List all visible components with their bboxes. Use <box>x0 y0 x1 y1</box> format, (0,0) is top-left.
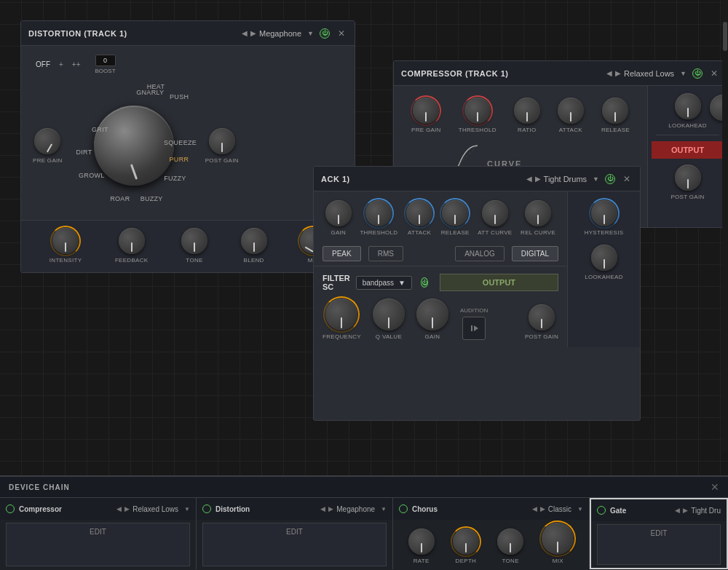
device-chain-close-button[interactable]: ✕ <box>711 481 719 493</box>
distortion-prev-arrow[interactable]: ◀ <box>242 29 248 37</box>
chorus-tone-knob[interactable] <box>497 529 523 555</box>
device-chain-title: DEVICE CHAIN <box>9 483 70 491</box>
distortion-dropdown-arrow[interactable]: ▼ <box>307 30 314 37</box>
filter-sc-mode: bandpass <box>363 279 394 287</box>
dist-blend-knob[interactable] <box>241 228 267 254</box>
dist-mode-plus-plus[interactable]: ++ <box>69 59 84 70</box>
td-rms-button[interactable]: RMS <box>368 246 403 261</box>
dist-label-fuzzy: FUZZY <box>164 175 186 182</box>
device-chorus-preset-nav: ◀ ▶ Classic ▼ <box>532 505 583 513</box>
dist-mode-plus[interactable]: + <box>56 59 66 70</box>
device-chorus-dropdown[interactable]: ▼ <box>577 506 583 512</box>
compressor-next-arrow[interactable]: ▶ <box>615 69 621 77</box>
device-compressor-next[interactable]: ▶ <box>124 505 130 512</box>
compressor-prev-arrow[interactable]: ◀ <box>606 69 612 77</box>
chorus-rate-knob[interactable] <box>408 529 435 555</box>
chorus-depth-label: DEPTH <box>456 558 477 564</box>
device-distortion-preset: Megaphone <box>336 505 375 513</box>
td-attack-knob[interactable] <box>406 200 432 226</box>
vertical-scrollbar[interactable] <box>722 0 728 451</box>
td-attack-container: ATTACK <box>406 200 432 236</box>
tight-drums-next-arrow[interactable]: ▶ <box>535 175 541 183</box>
td-peak-button[interactable]: PEAK <box>323 246 361 261</box>
filter-sc-dropdown[interactable]: bandpass ▼ <box>356 276 412 290</box>
audition-button[interactable] <box>462 317 486 340</box>
td-lookahead-knob[interactable] <box>591 245 617 271</box>
tight-drums-power-button[interactable] <box>605 174 615 184</box>
comp-lookahead-knob[interactable] <box>675 93 701 119</box>
filter-freq-label: FREQUENCY <box>323 333 361 340</box>
dist-label-dirt: DIRT <box>76 149 92 156</box>
comp-ratio-knob[interactable] <box>514 98 540 124</box>
td-threshold-knob[interactable] <box>365 200 392 226</box>
device-distortion-dropdown[interactable]: ▼ <box>381 506 387 512</box>
device-distortion-power[interactable] <box>202 504 211 513</box>
comp-release-knob[interactable] <box>602 98 628 124</box>
device-chorus-next[interactable]: ▶ <box>540 505 545 512</box>
filter-sc-dropdown-arrow: ▼ <box>398 279 405 287</box>
tight-drums-prev-arrow[interactable]: ◀ <box>526 175 532 183</box>
filter-freq-knob[interactable] <box>325 298 357 330</box>
device-distortion-edit[interactable]: EDIT <box>202 523 387 566</box>
distortion-power-button[interactable] <box>320 28 330 39</box>
distortion-pregain-knob[interactable] <box>34 128 60 154</box>
chorus-knobs-row: RATE DEPTH TONE <box>393 520 589 564</box>
comp-threshold-knob[interactable] <box>464 98 491 124</box>
dist-feedback-knob[interactable] <box>119 228 145 254</box>
distortion-main-knob[interactable] <box>94 106 174 186</box>
device-gate-edit[interactable]: EDIT <box>597 524 721 565</box>
device-compressor-power[interactable] <box>6 504 15 513</box>
chorus-rate-label: RATE <box>414 558 430 564</box>
compressor-close-button[interactable]: ✕ <box>708 68 720 79</box>
td-digital-button[interactable]: DIGITAL <box>512 246 558 261</box>
device-chorus-power[interactable] <box>399 504 408 513</box>
device-compressor-dropdown[interactable]: ▼ <box>184 506 190 512</box>
filter-postgain-knob[interactable] <box>529 304 555 330</box>
td-gain-knob[interactable] <box>325 200 352 226</box>
tight-drums-dropdown-arrow[interactable]: ▼ <box>593 175 599 183</box>
compressor-dropdown-arrow[interactable]: ▼ <box>680 70 687 77</box>
distortion-next-arrow[interactable]: ▶ <box>250 29 256 37</box>
dist-intensity-label: INTENSITY <box>50 257 82 264</box>
device-chorus-prev[interactable]: ◀ <box>532 505 537 512</box>
td-hysteresis-knob[interactable] <box>591 200 617 226</box>
comp-pregain-knob[interactable] <box>413 98 439 124</box>
distortion-boost-label: BOOST <box>95 68 116 74</box>
td-att-curve-knob[interactable] <box>482 200 508 226</box>
filter-gain-knob[interactable] <box>416 298 448 330</box>
distortion-pregain-container: PRE GAIN <box>33 128 63 164</box>
tight-drums-close-button[interactable]: ✕ <box>621 173 633 185</box>
device-gate-power[interactable] <box>597 506 606 515</box>
tight-drums-knobs-row: GAIN THRESHOLD ATTACK <box>314 191 567 242</box>
dist-intensity-knob[interactable] <box>52 228 79 254</box>
tight-drums-right-panel: HYSTERESIS LOOKAHEAD <box>567 191 640 347</box>
device-gate-next[interactable]: ▶ <box>683 507 688 514</box>
distortion-close-button[interactable]: ✕ <box>336 28 347 39</box>
filter-qval-knob[interactable] <box>373 298 405 330</box>
filter-sc-power[interactable] <box>421 277 428 288</box>
td-analog-button[interactable]: ANALOG <box>455 246 505 261</box>
device-compressor-prev[interactable]: ◀ <box>116 505 122 512</box>
chorus-mix-knob[interactable] <box>542 523 574 555</box>
td-release-container: RELEASE <box>441 200 470 236</box>
dist-label-roar: ROAR <box>110 195 130 202</box>
comp-attack-knob[interactable] <box>558 98 584 124</box>
comp-postgain-knob[interactable] <box>675 165 701 191</box>
device-distortion-prev[interactable]: ◀ <box>320 505 325 512</box>
distortion-postgain-knob[interactable] <box>209 128 235 154</box>
comp-attack-label: ATTACK <box>559 127 582 133</box>
device-item-chorus: Chorus ◀ ▶ Classic ▼ RATE <box>393 498 590 569</box>
device-distortion-next[interactable]: ▶ <box>328 505 333 512</box>
distortion-pregain-label: PRE GAIN <box>33 157 63 164</box>
device-compressor-edit[interactable]: EDIT <box>6 523 190 566</box>
dist-mode-off[interactable]: OFF <box>33 59 53 70</box>
dist-tone-knob[interactable] <box>181 228 207 254</box>
chorus-depth-knob[interactable] <box>453 529 479 555</box>
comp-ratio-container: RATIO <box>514 98 540 133</box>
td-release-knob[interactable] <box>442 200 468 226</box>
compressor-output-button[interactable]: OUTPUT <box>652 141 723 159</box>
td-rel-curve-knob[interactable] <box>525 200 551 226</box>
compressor-power-button[interactable] <box>692 68 703 79</box>
td-lookahead-container: LOOKAHEAD <box>585 245 623 280</box>
device-gate-prev[interactable]: ◀ <box>675 507 680 514</box>
